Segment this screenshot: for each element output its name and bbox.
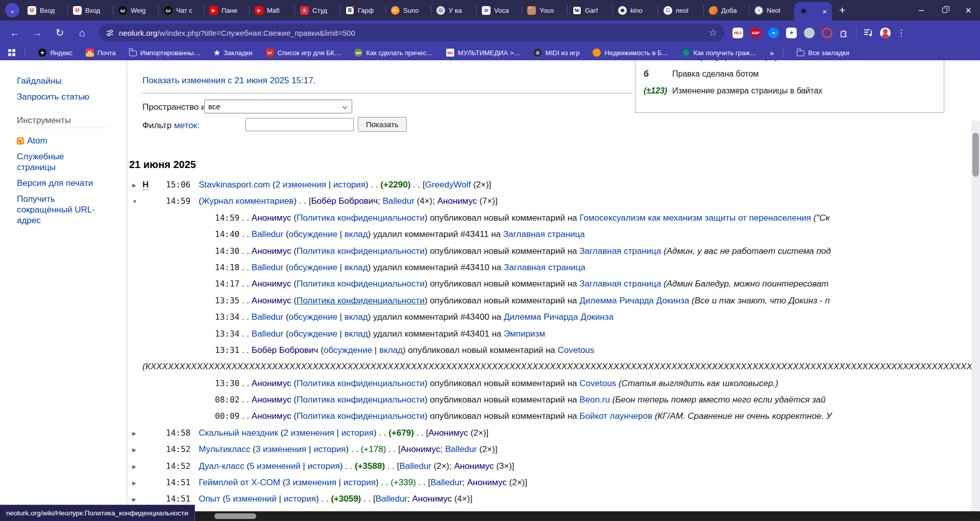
wiki-link[interactable]: Balledur [252, 329, 283, 339]
blue-extension-icon[interactable]: ✦ [786, 28, 797, 38]
wiki-link[interactable]: вклад [379, 345, 403, 355]
wiki-link[interactable]: вклад [345, 229, 368, 239]
minimize-button[interactable]: – [910, 0, 933, 20]
wiki-link[interactable]: Balledur [252, 263, 283, 272]
wiki-link[interactable]: Анонимус [401, 444, 440, 454]
bookmark-item[interactable]: ⊕ MIDI из игр [533, 49, 579, 57]
browser-tab[interactable]: ω Чат с [159, 0, 204, 20]
wiki-link[interactable]: 5 изменений [250, 461, 301, 471]
expand-arrow-icon[interactable]: ▶ [132, 442, 142, 458]
wiki-link[interactable]: вклад [345, 312, 368, 322]
collapse-arrow-icon[interactable]: ▼ [132, 194, 142, 210]
sidebar-link[interactable]: Получить сокращённый URL-адрес [17, 194, 104, 226]
browser-tab[interactable]: SUNO Suno [386, 0, 431, 20]
browser-tab[interactable]: 1 Neol [749, 0, 794, 20]
browser-tab[interactable]: ω Weig [113, 0, 158, 20]
wiki-link[interactable]: Политика конфиденциальности [297, 411, 425, 421]
wiki-link[interactable]: Политика конфиденциальности [297, 279, 425, 289]
wiki-link[interactable]: Balledur [252, 229, 283, 239]
wiki-link[interactable]: 3 изменения [256, 444, 307, 454]
wiki-link[interactable]: история [313, 444, 346, 454]
sidebar-link[interactable]: Atom [17, 135, 104, 146]
sidebar-link[interactable]: Версия для печати [17, 178, 104, 188]
sidebar-link[interactable]: Гайдлайны [17, 76, 104, 86]
media-controls-icon[interactable] [864, 28, 873, 37]
namespace-select[interactable]: все [204, 100, 352, 113]
wiki-link[interactable]: 3 изменения [285, 478, 336, 487]
address-bar[interactable]: neolurk.org /w/index.php?title=Служебная… [99, 24, 724, 41]
close-button[interactable]: × [957, 0, 980, 20]
wiki-link[interactable]: Анонимус [412, 494, 452, 504]
browser-tab[interactable]: S Студ [295, 0, 340, 20]
wiki-link[interactable]: Covetous [579, 378, 616, 388]
browser-tab[interactable]: M Вход [68, 0, 113, 20]
wiki-link[interactable]: Анонимус [252, 279, 291, 289]
vertical-scrollbar[interactable] [971, 121, 980, 521]
wiki-link[interactable]: обсуждение [289, 229, 337, 239]
wiki-link[interactable]: Заглавная страница [579, 246, 661, 256]
tune-icon[interactable] [106, 29, 114, 37]
opera-extension-icon[interactable] [822, 28, 832, 38]
wiki-link[interactable]: Бобёр Бобрович [311, 196, 378, 206]
wiki-link[interactable]: Balledur [252, 312, 283, 322]
expand-arrow-icon[interactable]: ▶ [132, 459, 142, 475]
bookmark-item[interactable]: wH Как сделать причес… [354, 49, 433, 57]
browser-tab[interactable]: W Garf [568, 0, 612, 20]
wiki-link[interactable]: Анонимус [252, 395, 291, 405]
wiki-link[interactable]: 2 изменения [283, 428, 334, 438]
home-icon[interactable]: ⌂ [75, 25, 90, 40]
wiki-link[interactable]: Политика конфиденциальности [297, 378, 425, 388]
wiki-link[interactable]: Политика конфиденциальности [297, 395, 425, 405]
all-bookmarks-button[interactable]: Все закладки [797, 49, 849, 57]
wiki-link[interactable]: Мультикласс [199, 444, 250, 454]
wiki-link[interactable]: Balledur [376, 494, 407, 504]
apps-grid-icon[interactable] [8, 49, 15, 56]
abp-extension-icon[interactable]: ABP [750, 28, 761, 38]
wiki-link[interactable]: Balledur [399, 461, 431, 471]
wiki-link[interactable]: 5 изменений [226, 494, 277, 504]
bookmark-item[interactable]: Импортированны… [129, 49, 201, 57]
wiki-link[interactable]: история [308, 461, 340, 471]
browser-tab[interactable]: R Гарф [340, 0, 385, 20]
reload-icon[interactable]: ↻ [52, 25, 67, 40]
expand-arrow-icon[interactable]: ▶ [132, 177, 142, 194]
vertical-scrollbar-thumb[interactable] [972, 133, 979, 177]
bookmark-item[interactable]: Недвижимость в Б… [593, 49, 668, 57]
profile-avatar-icon[interactable] [880, 28, 891, 38]
browser-tab[interactable]: ▶ Mafi [250, 0, 295, 20]
wiki-link[interactable]: Beon.ru [579, 395, 610, 405]
bookmarks-overflow-icon[interactable]: » [770, 49, 774, 57]
horizontal-scrollbar-thumb[interactable] [214, 513, 256, 519]
wiki-link[interactable]: Balledur [382, 196, 414, 206]
wiki-link[interactable]: Анонимус [252, 296, 291, 305]
expand-arrow-icon[interactable]: ▶ [132, 425, 142, 442]
active-tab[interactable]: ❋ × [794, 2, 832, 20]
sidebar-link[interactable]: Служебные страницы [17, 151, 104, 173]
wiki-link[interactable]: Политика конфиденциальности [297, 296, 425, 305]
bookmark-item[interactable]: Как получить граж… [682, 49, 756, 57]
wiki-link[interactable]: Гомосексуализм как механизм защиты от пе… [579, 213, 811, 223]
wiki-link[interactable]: история [341, 428, 374, 438]
show-button[interactable]: Показать [358, 117, 407, 132]
browser-tab[interactable]: M Вход [22, 0, 67, 20]
sidebar-link[interactable]: Запросить статью [17, 91, 104, 102]
wiki-link[interactable]: вклад [345, 263, 368, 272]
wiki-link[interactable]: Журнал комментариев [202, 196, 294, 206]
wiki-link[interactable]: Анонимус [252, 411, 291, 421]
wiki-link[interactable]: Дилемма Ричарда Докинза [504, 312, 614, 322]
wiki-link[interactable]: Анонимус [437, 196, 477, 206]
new-tab-button[interactable]: + [839, 4, 845, 16]
gray-extension-icon[interactable] [804, 28, 815, 38]
browser-tab[interactable]: ▶ Пане [204, 0, 249, 20]
wiki-link[interactable]: Заглавная страница [579, 279, 661, 289]
wiki-link[interactable]: Политика конфиденциальности [297, 246, 425, 256]
wiki-link[interactable]: Геймплей от X-COM [199, 478, 280, 487]
wiki-link[interactable]: Анонимус [428, 428, 468, 438]
wiki-link[interactable]: Дилемма Ричарда Докинза [579, 296, 689, 305]
wiki-link[interactable]: Анонимус [252, 213, 291, 223]
wiki-link[interactable]: обсуждение [289, 312, 337, 322]
wiki-link[interactable]: история [344, 478, 376, 487]
wiki-link[interactable]: Бойкот лаунчеров [579, 411, 652, 421]
wiki-link[interactable]: Covetous [557, 345, 594, 355]
wiki-link[interactable]: обсуждение [289, 329, 337, 339]
